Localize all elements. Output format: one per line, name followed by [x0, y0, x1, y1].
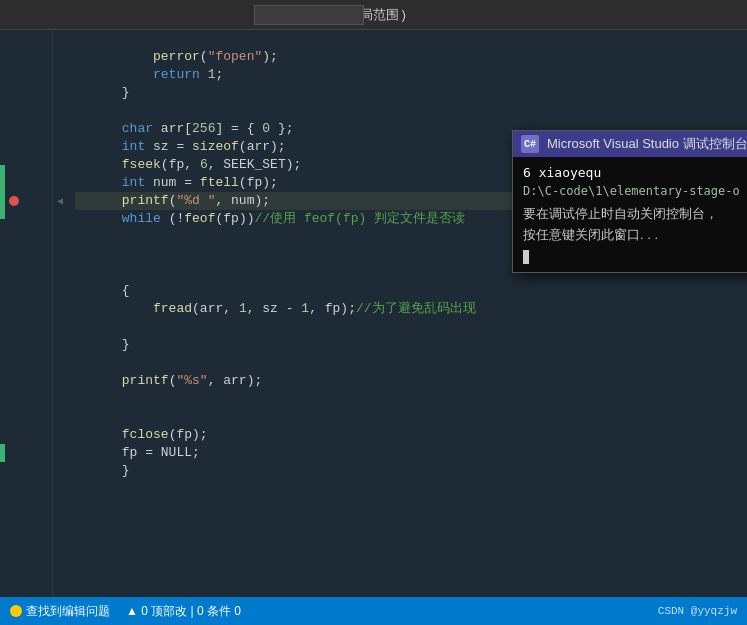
code-line — [75, 84, 747, 102]
code-line — [75, 390, 747, 408]
line-numbers — [23, 30, 53, 597]
fold-column: ◀ — [53, 30, 67, 597]
code-line: printf("%s", arr); — [75, 354, 747, 372]
status-item-errors[interactable]: 查找到编辑问题 — [10, 603, 110, 620]
top-bar: (全局范围) — [0, 0, 747, 30]
editor-container: ◀ perror("fopen"); return 1; } char arr[… — [0, 30, 747, 597]
code-line: perror("fopen"); — [75, 30, 747, 48]
code-line: fclose(fp); — [75, 408, 747, 426]
cursor — [523, 250, 529, 264]
breakpoint-marker — [8, 192, 20, 210]
code-line: char arr[256] = { 0 }; — [75, 102, 747, 120]
code-line: } — [75, 318, 747, 336]
debug-popup-header: C# Microsoft Visual Studio 调试控制台 — [513, 131, 747, 157]
debug-icon: C# — [521, 135, 539, 153]
code-line — [75, 336, 747, 354]
gutter — [5, 30, 23, 597]
status-item-warnings[interactable]: ▲ 0 顶部改 | 0 条件 0 — [126, 603, 241, 620]
code-area[interactable]: perror("fopen"); return 1; } char arr[25… — [67, 30, 747, 597]
debug-output-line3: 要在调试停止时自动关闭控制台，按任意键关闭此窗口. . . — [523, 204, 747, 246]
status-label-1: 查找到编辑问题 — [26, 603, 110, 620]
fold-marker[interactable]: ◀ — [53, 192, 67, 210]
status-dot — [10, 605, 22, 617]
debug-console-popup: C# Microsoft Visual Studio 调试控制台 6 xiaoy… — [512, 130, 747, 273]
debug-output-line1: 6 xiaoyequ — [523, 165, 747, 180]
status-credit: CSDN @yyqzjw — [658, 605, 737, 617]
debug-output-line2: D:\C-code\1\elementary-stage-o — [523, 184, 747, 198]
scope-dropdown[interactable] — [254, 5, 364, 25]
status-bar: 查找到编辑问题 ▲ 0 顶部改 | 0 条件 0 CSDN @yyqzjw — [0, 597, 747, 625]
debug-popup-body: 6 xiaoyequ D:\C-code\1\elementary-stage-… — [513, 157, 747, 272]
code-line: fread(arr, 1, sz - 1, fp);//为了避免乱码出现 — [75, 282, 747, 300]
status-label-2: ▲ 0 顶部改 | 0 条件 0 — [126, 603, 241, 620]
debug-popup-title: Microsoft Visual Studio 调试控制台 — [547, 135, 747, 153]
